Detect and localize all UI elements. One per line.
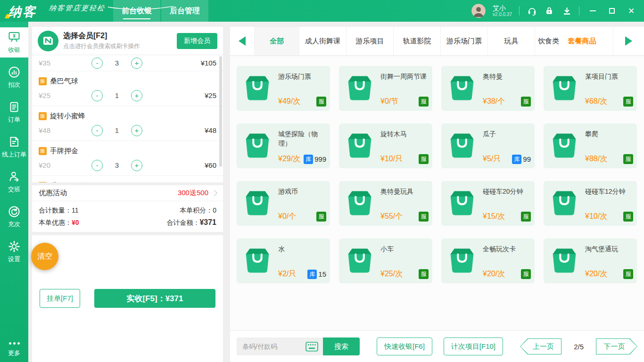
next-page-button[interactable]: 下一页: [596, 338, 637, 354]
shopping-bag-icon: [244, 189, 271, 217]
product-price: ¥5/只: [483, 154, 501, 164]
scroll-categories-right-button[interactable]: [613, 27, 644, 55]
order-points-value: 0: [213, 206, 216, 214]
sidebar-item-cashier[interactable]: ¥ 收银: [0, 27, 28, 58]
prev-page-button[interactable]: 上一页: [520, 338, 561, 354]
stock-count: 999: [314, 155, 326, 163]
product-name: 城堡探险（物理）: [278, 129, 326, 148]
shopping-bag-icon: [448, 189, 476, 217]
product-card[interactable]: 城堡探险（物理） ¥29/次 库 库 999: [237, 123, 330, 168]
category-tab[interactable]: 轨道影院: [394, 27, 441, 55]
sidebar-item-recharge-count[interactable]: 充次: [0, 202, 28, 232]
user-info: 艾小 v2.0.0.37: [493, 4, 512, 17]
product-name: 水: [278, 244, 326, 254]
count-item-button[interactable]: 计次项目[F10]: [444, 337, 503, 355]
decrease-quantity-button[interactable]: -: [91, 160, 103, 171]
promo-row[interactable]: 优惠活动 300送500: [32, 185, 223, 201]
product-card[interactable]: 游乐场门票 ¥49/次 服 服: [237, 66, 330, 111]
stock-badge: 库: [512, 155, 521, 164]
product-card[interactable]: 攀爬 ¥88/次 服 服: [544, 123, 637, 168]
shopping-bag-icon: [448, 132, 476, 159]
sidebar-item-settings[interactable]: 设置: [0, 237, 28, 267]
product-price: ¥0/个: [278, 212, 296, 222]
product-card[interactable]: 游戏币 ¥0/个 服 服: [237, 181, 330, 226]
sidebar-item-shift-change[interactable]: 交班: [0, 167, 28, 197]
category-tab[interactable]: 游乐场门票: [441, 27, 488, 55]
minimize-button[interactable]: [586, 5, 599, 17]
decrease-quantity-button[interactable]: -: [91, 58, 103, 69]
lock-icon[interactable]: [544, 6, 554, 16]
product-card[interactable]: 全畅玩次卡 ¥20/次 服 服: [441, 239, 535, 283]
avatar[interactable]: [471, 4, 486, 18]
clear-cart-button[interactable]: 清空: [31, 243, 58, 270]
cart-scrollbar[interactable]: [219, 56, 222, 167]
checkout-button[interactable]: 实收[F5]：¥371: [94, 289, 215, 308]
product-card[interactable]: 某项目门票 ¥68/次 服 服: [544, 66, 637, 111]
sidebar-item-deduct-count[interactable]: 扣次: [0, 62, 28, 92]
hold-order-button[interactable]: 挂单[F7]: [40, 289, 80, 308]
decrease-quantity-button[interactable]: -: [91, 90, 103, 101]
titlebar: 纳客 纳客管店更轻松 前台收银 后台管理 艾小 v2.0.0.37 ✕: [0, 0, 644, 22]
category-tab[interactable]: 玩具: [488, 27, 535, 55]
product-card[interactable]: 瓜子 ¥5/只 库 库 99: [441, 123, 535, 168]
product-card[interactable]: 淘气堡通玩 ¥20/次 服 服: [544, 239, 637, 283]
increase-quantity-button[interactable]: +: [131, 125, 142, 136]
product-card[interactable]: 小车 ¥25/次 服 服: [339, 239, 432, 283]
product-name: 奥特曼玩具: [380, 187, 429, 196]
product-card[interactable]: 碰碰车12分钟 ¥10/次 服 服: [544, 181, 637, 226]
decrease-quantity-button[interactable]: -: [91, 125, 103, 136]
cashier-icon: ¥: [8, 31, 21, 44]
tab-front-cashier[interactable]: 前台收银: [113, 0, 160, 22]
increase-quantity-button[interactable]: +: [131, 58, 142, 69]
increase-quantity-button[interactable]: +: [131, 90, 142, 101]
close-button[interactable]: ✕: [625, 5, 637, 17]
app-version: v2.0.0.37: [493, 12, 512, 17]
sidebar-more[interactable]: 更多: [0, 342, 28, 357]
product-card[interactable]: 奥特曼玩具 ¥55/个 服 服: [339, 181, 432, 226]
category-tab[interactable]: 套餐商品: [560, 27, 604, 55]
promo-label: 优惠活动: [39, 189, 67, 197]
product-card[interactable]: 街舞一周两节课 ¥0/节 服 服: [339, 66, 432, 111]
quick-cashier-button[interactable]: 快速收银[F6]: [377, 337, 432, 355]
support-icon[interactable]: [527, 6, 537, 16]
cart-item[interactable]: ¥35 - 3 + ¥105: [32, 55, 223, 71]
cart-item[interactable]: 服 旋转小蜜蜂 ¥48 - 1 + ¥48: [32, 106, 223, 141]
select-member-card[interactable]: 选择会员[F2] 点击进行会员搜索或刷卡操作 新增会员: [32, 27, 223, 55]
product-card[interactable]: 水 ¥2/只 库 库 15: [237, 239, 330, 283]
keyboard-icon[interactable]: [305, 342, 318, 351]
product-card[interactable]: 碰碰车20分钟 ¥15/次 服 服: [441, 181, 535, 226]
product-name: 小车: [380, 244, 429, 254]
scroll-categories-left-button[interactable]: [230, 27, 255, 55]
shopping-bag-icon: [244, 74, 271, 102]
stock-count: 15: [318, 270, 326, 278]
category-tab[interactable]: 全部: [255, 27, 299, 55]
product-name: 游乐场门票: [278, 72, 326, 81]
sidebar-item-orders[interactable]: 订单: [0, 97, 28, 127]
bottom-bar: 搜索 快速收银[F6] 计次项目[F10] 上一页 2/5 下一页: [230, 330, 644, 362]
product-card[interactable]: 旋转木马 ¥10/只 服 服: [339, 123, 432, 168]
increase-quantity-button[interactable]: +: [131, 160, 142, 171]
tab-back-admin[interactable]: 后台管理: [161, 0, 208, 22]
product-card[interactable]: 奥特曼 ¥38/个 服 服: [441, 66, 535, 111]
cart-item[interactable]: 服 手工玩具小熊 ¥35 - 1 + ¥35: [32, 176, 223, 182]
cart-item-quantity: 3: [113, 161, 121, 169]
category-tab[interactable]: 游乐项目: [347, 27, 394, 55]
member-card-icon: [38, 31, 58, 51]
download-icon[interactable]: [561, 6, 572, 16]
search-button[interactable]: 搜索: [323, 337, 360, 355]
service-badge: 服: [39, 147, 47, 155]
add-member-button[interactable]: 新增会员: [177, 33, 217, 49]
cart-item[interactable]: 服 桑巴气球 ¥25 - 1 + ¥25: [32, 71, 223, 106]
sidebar-item-online-orders[interactable]: 线上订单: [0, 132, 28, 162]
cart-item-quantity: 1: [113, 126, 121, 134]
shopping-bag-icon: [551, 189, 578, 217]
category-tab[interactable]: 成人街舞课: [299, 27, 347, 55]
shopping-bag-icon: [346, 247, 373, 274]
category-tab[interactable]: 饮食类: [535, 27, 560, 55]
divider-band: [32, 232, 223, 235]
cart-item-unit-price: ¥20: [39, 161, 91, 169]
product-panel: 全部 成人街舞课 游乐项目 轨道影院 游乐场门票 玩具 饮食类 套餐商品: [227, 22, 644, 362]
chevron-right-icon: [211, 190, 217, 196]
cart-item[interactable]: 服 手牌押金 ¥20 - 3 + ¥60: [32, 141, 223, 176]
maximize-button[interactable]: [606, 5, 618, 17]
